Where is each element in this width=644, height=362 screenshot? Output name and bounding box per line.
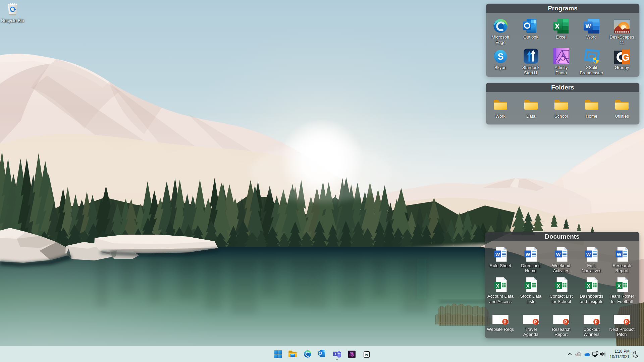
svg-text:S: S: [498, 52, 504, 62]
svg-text:X: X: [526, 283, 530, 289]
svg-text:W: W: [526, 252, 530, 257]
svg-text:P: P: [534, 319, 537, 324]
svg-text:W: W: [495, 252, 500, 257]
svg-text:X: X: [617, 283, 621, 289]
svg-text:G: G: [622, 52, 630, 63]
svg-text:W: W: [556, 252, 560, 257]
svg-text:P: P: [595, 319, 597, 324]
svg-text:W: W: [616, 252, 621, 257]
svg-text:P: P: [564, 319, 567, 324]
svg-text:W: W: [586, 252, 591, 257]
svg-text:X: X: [587, 283, 590, 289]
svg-text:P: P: [503, 319, 506, 324]
svg-text:P: P: [625, 319, 628, 324]
svg-text:N: N: [365, 353, 368, 357]
svg-text:X: X: [496, 283, 499, 289]
svg-text:X: X: [556, 283, 560, 289]
svg-text:W: W: [585, 23, 591, 29]
